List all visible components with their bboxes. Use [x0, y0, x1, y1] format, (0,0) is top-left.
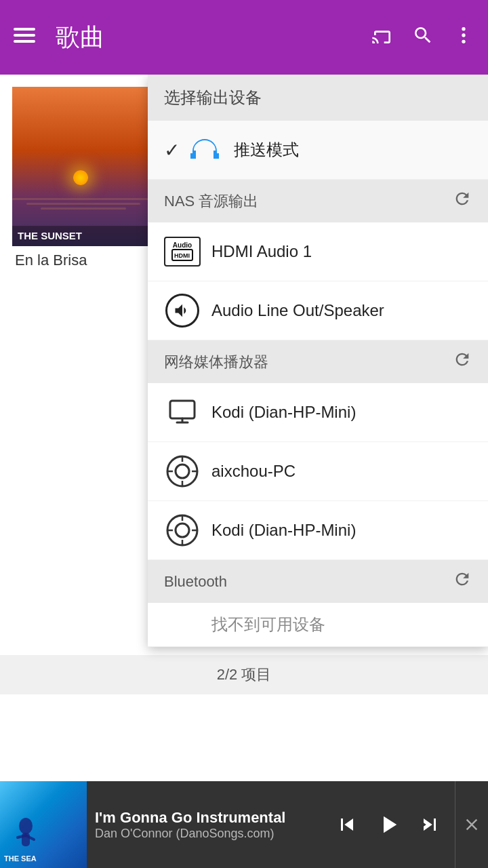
nas-section-header: NAS 音源输出 — [148, 180, 488, 222]
cast-icon[interactable] — [371, 24, 393, 51]
bluetooth-section-label: Bluetooth — [164, 573, 227, 591]
dropdown-header: 选择输出设备 — [148, 75, 488, 121]
no-device-item: 找不到可用设备 — [148, 603, 488, 647]
playback-controls — [330, 806, 455, 844]
nas-section-label: NAS 音源输出 — [164, 191, 258, 212]
search-icon[interactable] — [412, 24, 434, 51]
audio-line-out-item[interactable]: Audio Line Out/Speaker — [148, 281, 488, 340]
kodi1-item[interactable]: Kodi (Dian-HP-Mini) — [148, 383, 488, 442]
kodi-circle-icon-2 — [164, 512, 201, 549]
hdmi-audio-item[interactable]: Audio HDMI HDMI Audio 1 — [148, 222, 488, 281]
push-mode-label: 推送模式 — [234, 139, 299, 161]
header-actions — [371, 24, 474, 51]
kodi2-label: Kodi (Dian-HP-Mini) — [211, 521, 356, 540]
close-player-button[interactable] — [455, 781, 488, 868]
now-playing-title: I'm Gonna Go Instrumental — [95, 809, 322, 827]
network-section-label: 网络媒体播放器 — [164, 352, 268, 372]
bluetooth-section-header: Bluetooth — [148, 560, 488, 603]
play-button[interactable] — [369, 806, 407, 844]
svg-point-13 — [19, 818, 33, 834]
svg-rect-8 — [170, 401, 195, 418]
output-device-menu: 选择输出设备 ✓ 推送模式 NAS 音源输出 — [148, 75, 488, 647]
svg-point-4 — [462, 33, 465, 37]
kodi-circle-icon-1 — [164, 453, 201, 490]
now-playing-bar: THE SEA I'm Gonna Go Instrumental Dan O'… — [0, 781, 488, 868]
kodi2-item[interactable]: Kodi (Dian-HP-Mini) — [148, 501, 488, 560]
check-mark-icon: ✓ — [164, 139, 180, 161]
network-refresh-icon[interactable] — [453, 350, 472, 374]
hdmi-icon: Audio HDMI — [164, 233, 201, 270]
cast-network-icon — [164, 394, 201, 431]
audio-line-out-label: Audio Line Out/Speaker — [211, 301, 384, 320]
no-device-label: 找不到可用设备 — [211, 614, 325, 635]
svg-rect-1 — [14, 34, 35, 37]
app-header: 歌曲 — [0, 0, 488, 75]
now-playing-artist: Dan O'Connor (DanoSongs.com) — [95, 827, 322, 841]
dropdown-overlay: 选择输出设备 ✓ 推送模式 NAS 音源输出 — [0, 75, 488, 781]
page-title: 歌曲 — [56, 21, 371, 54]
next-button[interactable] — [413, 808, 447, 842]
aixchou-item[interactable]: aixchou-PC — [148, 442, 488, 501]
headphones-icon — [186, 132, 223, 168]
svg-rect-2 — [14, 40, 35, 43]
nas-refresh-icon[interactable] — [453, 189, 472, 213]
svg-text:HDMI: HDMI — [174, 252, 190, 259]
svg-point-12 — [176, 524, 189, 537]
now-playing-info: I'm Gonna Go Instrumental Dan O'Connor (… — [87, 809, 330, 841]
menu-icon[interactable] — [14, 24, 35, 51]
kodi1-label: Kodi (Dian-HP-Mini) — [211, 403, 356, 422]
main-content: THE SUNSET En la Brisa 选择输出设备 ✓ 推送模式 — [0, 75, 488, 781]
hdmi-audio-label: HDMI Audio 1 — [211, 242, 312, 261]
now-playing-thumb-label: THE SEA — [4, 854, 37, 863]
svg-rect-0 — [14, 28, 35, 31]
more-options-icon[interactable] — [453, 24, 474, 51]
network-section-header: 网络媒体播放器 — [148, 340, 488, 383]
speaker-icon — [164, 292, 201, 329]
push-mode-item[interactable]: ✓ 推送模式 — [148, 121, 488, 180]
aixchou-label: aixchou-PC — [211, 462, 296, 481]
bluetooth-refresh-icon[interactable] — [453, 570, 472, 593]
svg-point-5 — [462, 39, 465, 43]
previous-button[interactable] — [330, 808, 364, 842]
svg-point-3 — [462, 27, 465, 31]
now-playing-thumbnail: THE SEA — [0, 781, 87, 868]
svg-point-10 — [176, 465, 189, 478]
